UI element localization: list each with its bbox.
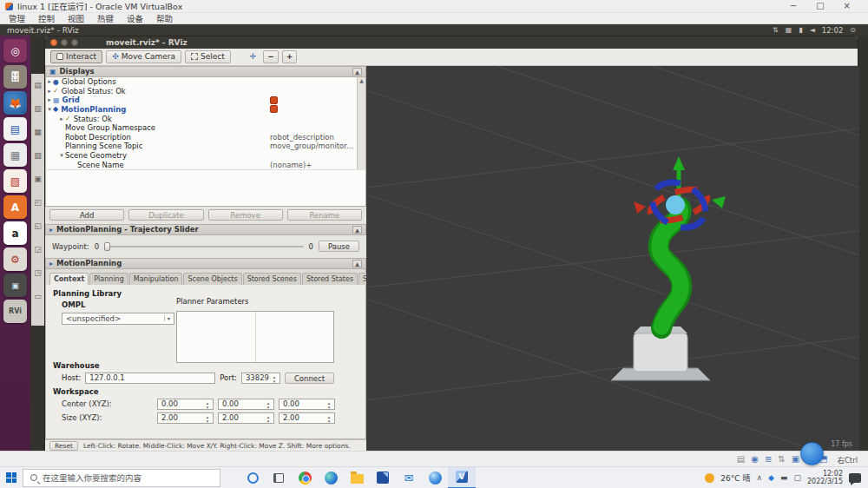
3d-viewport[interactable]: 17 fps <box>366 66 859 451</box>
dock-strip-icon[interactable]: ▦ <box>34 128 42 136</box>
start-button[interactable] <box>0 467 23 488</box>
usb-status-icon[interactable]: ⇅ <box>778 454 785 464</box>
add-tool-button[interactable]: + <box>282 50 298 63</box>
edge-taskbar-button[interactable] <box>318 467 344 488</box>
maximize-button[interactable]: □ <box>816 0 824 12</box>
menu-view[interactable]: 视图 <box>68 12 84 24</box>
rviz-titlebar[interactable]: moveit.rviz* - RViz <box>45 36 858 49</box>
minimize-button[interactable]: − <box>790 0 797 12</box>
tray-expand-icon[interactable]: ∧ <box>756 473 762 482</box>
expander-icon[interactable]: ▸ <box>46 96 53 103</box>
expander-icon[interactable]: ▾ <box>46 106 53 113</box>
tree-row-motionplanning[interactable]: ▾ ◆ MotionPlanning <box>46 105 365 115</box>
tree-scrollbar[interactable]: ▲ <box>357 77 365 169</box>
collapse-icon[interactable]: ▲ <box>352 260 362 267</box>
weather-sun-icon[interactable] <box>705 473 714 483</box>
planner-library-dropdown[interactable]: <unspecified> ▾ <box>62 313 174 325</box>
cd-status-icon[interactable]: ◉ <box>751 454 759 464</box>
dock-strip-icon[interactable]: ◰ <box>34 198 42 207</box>
tree-row-scene-name[interactable]: Scene Name (noname)+ <box>46 160 365 169</box>
planner-parameters-box[interactable] <box>176 311 334 363</box>
menu-machine[interactable]: 管理 <box>9 12 25 24</box>
files-icon[interactable]: 🗄 <box>3 65 27 89</box>
collapse-icon[interactable]: ▲ <box>352 226 362 234</box>
dock-strip-icon[interactable]: ▧ <box>34 151 42 160</box>
libreoffice-writer-icon[interactable]: ▤ <box>3 117 27 141</box>
remove-display-button[interactable]: Remove <box>208 209 283 221</box>
expander-icon[interactable]: ▸ <box>58 115 65 122</box>
expander-icon[interactable]: ▾ <box>58 152 65 159</box>
virtualbox-taskbar-button[interactable]: V <box>448 467 476 488</box>
host-field[interactable]: 127.0.0.1 <box>85 373 215 384</box>
chrome-taskbar-button[interactable] <box>292 467 318 488</box>
close-button[interactable]: × <box>844 0 851 12</box>
tree-row-robot-description[interactable]: Robot Description robot_description <box>46 132 365 142</box>
weather-widget[interactable]: 26°C 晴 <box>720 472 750 484</box>
tree-row-status-ok[interactable]: ▸ ✓ Status: Ok <box>46 114 365 123</box>
tab-stored-states[interactable]: Stored States <box>302 273 358 285</box>
system-settings-icon[interactable]: ⚙ <box>3 247 27 271</box>
tree-row-move-group-namespace[interactable]: Move Group Namespace <box>46 123 365 133</box>
menu-devices[interactable]: 设备 <box>127 12 143 24</box>
remove-tool-button[interactable]: − <box>263 50 279 63</box>
libreoffice-calc-icon[interactable]: ▦ <box>3 143 27 167</box>
blue-app-button[interactable] <box>370 467 396 488</box>
scroll-up-icon[interactable]: ▲ <box>352 68 362 76</box>
ubuntu-clock[interactable]: 12:02 <box>822 26 844 35</box>
expander-icon[interactable]: ▸ <box>46 88 53 95</box>
keyboard-indicator-icon[interactable]: ▦ <box>786 26 792 34</box>
expander-icon[interactable]: ▸ <box>46 78 53 85</box>
task-view-button[interactable] <box>266 467 292 488</box>
pause-button[interactable]: Pause <box>319 241 359 252</box>
dock-strip-icon[interactable]: ◳ <box>34 268 42 277</box>
rviz-maximize-button[interactable] <box>71 39 78 46</box>
rename-display-button[interactable]: Rename <box>287 209 362 221</box>
browser-globe-button[interactable] <box>422 467 448 488</box>
motionplanning-panel-header[interactable]: ▸ MotionPlanning ▲ <box>45 258 366 269</box>
dash-home-icon[interactable]: ◎ <box>3 39 27 63</box>
connect-button[interactable]: Connect <box>285 373 334 384</box>
move-camera-tool-button[interactable]: ✣ Move Camera <box>106 50 181 63</box>
chat-tray-icon[interactable]: ▢ <box>793 473 801 482</box>
taskbar-search-input[interactable]: 在这里输入你要搜索的内容 <box>23 469 220 487</box>
tab-scene-objects[interactable]: Scene Objects <box>183 273 241 285</box>
duplicate-display-button[interactable]: Duplicate <box>128 209 203 221</box>
center-y-field[interactable]: 0.00 <box>218 399 274 410</box>
tab-context[interactable]: Context <box>49 273 89 285</box>
slider-handle[interactable] <box>104 242 110 251</box>
floating-blue-bubble-icon[interactable] <box>800 442 824 465</box>
cortana-button[interactable] <box>240 467 266 488</box>
rviz-launcher-icon[interactable]: RVi <box>3 300 27 323</box>
property-value[interactable]: move_group/monitor... <box>270 142 353 150</box>
size-z-field[interactable]: 2.00 <box>279 412 335 424</box>
tree-row-global-options[interactable]: ▸ ● Global Options <box>46 77 365 87</box>
battery-icon[interactable]: ▮ <box>799 26 802 34</box>
dock-strip-icon[interactable]: ◲ <box>34 245 42 254</box>
tree-row-scene-geometry[interactable]: ▾ Scene Geometry <box>46 151 365 161</box>
menu-control[interactable]: 控制 <box>38 12 55 24</box>
tab-planning[interactable]: Planning <box>89 273 128 285</box>
dock-strip-icon[interactable]: ▣ <box>34 175 42 183</box>
menu-input[interactable]: 热键 <box>97 12 114 24</box>
hdd-status-icon[interactable]: ▤ <box>737 454 745 464</box>
waypoint-slider[interactable] <box>104 242 304 251</box>
amazon-icon[interactable]: a <box>3 221 27 245</box>
rviz-close-button[interactable] <box>50 39 57 46</box>
tree-row-planning-scene-topic[interactable]: Planning Scene Topic move_group/monitor.… <box>46 142 365 151</box>
libreoffice-impress-icon[interactable]: ▨ <box>3 169 27 193</box>
port-field[interactable]: 33829 <box>241 373 280 384</box>
taskbar-clock[interactable]: 12:02 2022/3/15 <box>807 470 843 485</box>
network-status-icon[interactable]: ≣ <box>765 454 772 464</box>
rviz-minimize-button[interactable] <box>61 39 68 46</box>
reset-button[interactable]: Reset <box>49 441 78 451</box>
tree-row-global-status[interactable]: ▸ ✓ Global Status: Ok <box>46 86 365 96</box>
center-z-field[interactable]: 0.00 <box>279 399 335 410</box>
notification-center-icon[interactable] <box>849 473 861 483</box>
tab-stored-scenes[interactable]: Stored Scenes <box>243 273 301 285</box>
input-indicator-icon[interactable]: ▬ <box>780 473 788 482</box>
focus-camera-tool-button[interactable]: ✛ <box>247 50 260 63</box>
screenshot-tool-icon[interactable]: ▣ <box>3 274 27 297</box>
menu-help[interactable]: 帮助 <box>156 12 173 24</box>
file-explorer-button[interactable] <box>344 467 370 488</box>
network-icon[interactable]: ⇅ <box>773 26 779 34</box>
